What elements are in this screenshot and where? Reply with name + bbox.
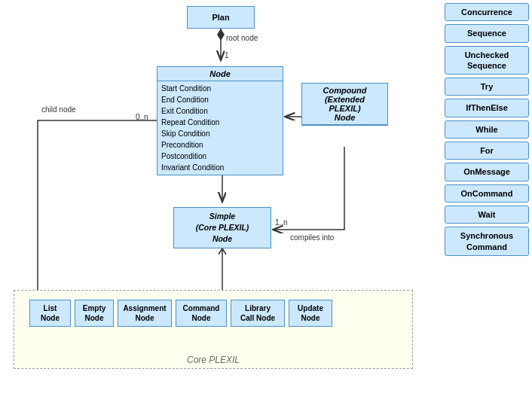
attr-skip: Skip Condition — [161, 128, 279, 139]
attr-end: End Condition — [161, 94, 279, 105]
ifthenelse-button[interactable]: IfThenElse — [445, 99, 529, 117]
assignment-node-box: AssignmentNode — [118, 300, 172, 327]
update-node-label: UpdateNode — [292, 303, 329, 323]
child-node-label: child node — [41, 105, 76, 114]
one-n-label: 1..n — [275, 218, 288, 227]
node-title: Node — [157, 67, 283, 81]
plan-box: Plan — [187, 6, 255, 29]
simple-title: Simple(Core PLEXIL)Node — [174, 209, 271, 246]
attr-post: Postcondition — [161, 151, 279, 162]
library-call-node-label: LibraryCall Node — [234, 303, 282, 323]
onmessage-button[interactable]: OnMessage — [445, 163, 529, 181]
core-label: Core PLEXIL — [187, 355, 240, 365]
root-node-label: root node — [226, 34, 258, 42]
attr-start: Start Condition — [161, 83, 279, 94]
plan-title: Plan — [212, 13, 229, 22]
list-node-label: ListNode — [32, 303, 68, 323]
sidebar: Concurrence Sequence UncheckedSequence T… — [442, 0, 532, 396]
oncommand-button[interactable]: OnCommand — [445, 184, 529, 203]
synchronous-command-button[interactable]: SynchronousCommand — [445, 227, 529, 256]
unchecked-sequence-button[interactable]: UncheckedSequence — [445, 46, 529, 75]
compound-title: Compound(ExtendedPLEXIL)Node — [302, 84, 387, 125]
update-node-box: UpdateNode — [289, 300, 332, 327]
command-node-box: CommandNode — [176, 300, 227, 327]
attr-exit: Exit Condition — [161, 105, 279, 117]
one-label: 1 — [225, 51, 229, 59]
simple-node-box: Simple(Core PLEXIL)Node — [173, 207, 271, 248]
core-region: Core PLEXIL ListNode EmptyNode Assignmen… — [14, 290, 413, 369]
assignment-node-label: AssignmentNode — [121, 303, 169, 323]
command-node-label: CommandNode — [179, 303, 224, 323]
wait-button[interactable]: Wait — [445, 206, 529, 224]
generalization-arrow-head — [219, 248, 226, 254]
attr-repeat: Repeat Condition — [161, 117, 279, 128]
attr-invariant: Invariant Condition — [161, 162, 279, 173]
node-box: Node Start Condition End Condition Exit … — [157, 66, 283, 175]
try-button[interactable]: Try — [445, 78, 529, 96]
sequence-button[interactable]: Sequence — [445, 24, 529, 42]
attr-pre: Precondition — [161, 139, 279, 151]
diagram-area: Plan root node 1 Node Start Condition En… — [0, 0, 439, 396]
concurrence-button[interactable]: Concurrence — [445, 3, 529, 21]
while-button[interactable]: While — [445, 120, 529, 139]
compiles-into-label: compiles into — [290, 233, 334, 242]
compound-box: Compound(ExtendedPLEXIL)Node — [301, 83, 388, 126]
node-attrs: Start Condition End Condition Exit Condi… — [157, 81, 283, 175]
empty-node-label: EmptyNode — [78, 303, 111, 323]
compound-to-simple-arrow — [273, 147, 344, 230]
zero-n-label: 0..n — [136, 113, 148, 121]
empty-node-box: EmptyNode — [75, 300, 114, 327]
library-call-node-box: LibraryCall Node — [231, 300, 285, 327]
plan-diamond — [217, 29, 225, 41]
for-button[interactable]: For — [445, 142, 529, 160]
list-node-box: ListNode — [29, 300, 71, 327]
